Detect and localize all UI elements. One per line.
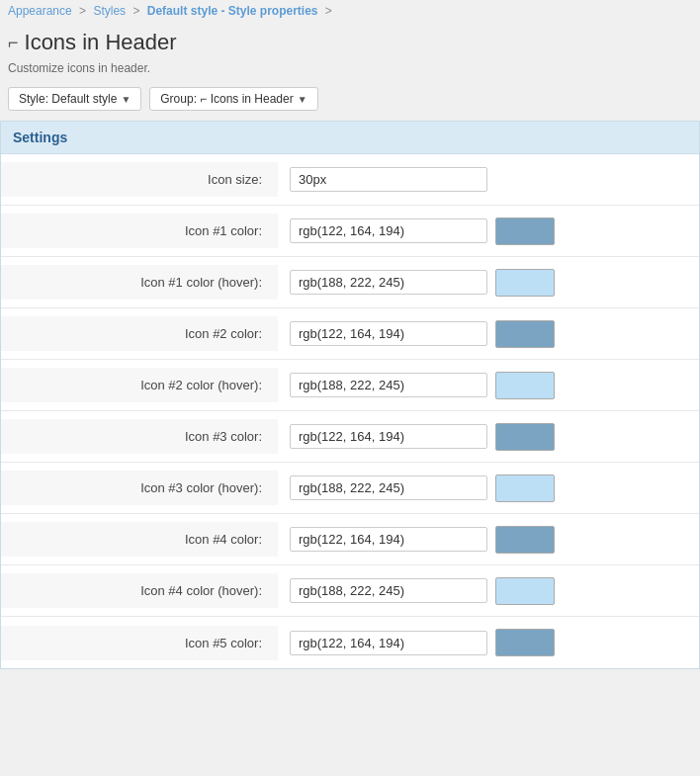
row-input-4[interactable] — [290, 373, 487, 397]
row-value-6 — [278, 465, 699, 512]
row-label-9: Icon #5 color: — [1, 626, 278, 660]
page-header: ⌐ Icons in Header — [0, 22, 700, 59]
settings-row: Icon size: — [1, 154, 699, 206]
row-input-5[interactable] — [290, 424, 487, 449]
color-swatch-4[interactable] — [495, 372, 555, 399]
breadcrumb-sep-2: > — [132, 4, 142, 18]
settings-row: Icon #2 color (hover): — [1, 360, 699, 411]
row-label-0: Icon size: — [1, 162, 278, 197]
row-value-5 — [278, 413, 699, 461]
row-label-3: Icon #2 color: — [1, 316, 278, 351]
row-value-0 — [278, 157, 699, 202]
row-label-6: Icon #3 color (hover): — [1, 471, 278, 505]
page-subtitle: Customize icons in header. — [0, 59, 700, 81]
row-input-7[interactable] — [290, 527, 487, 552]
row-input-9[interactable] — [290, 631, 487, 655]
color-swatch-1[interactable] — [495, 217, 555, 245]
toolbar: Style: Default style ▼ Group: ⌐ Icons in… — [0, 81, 700, 117]
row-value-3 — [278, 310, 699, 358]
row-label-7: Icon #4 color: — [1, 522, 278, 557]
page-title-text: Icons in Header — [25, 30, 177, 55]
breadcrumb: Appearance > Styles > Default style - St… — [0, 0, 700, 22]
settings-row: Icon #4 color (hover): — [1, 565, 699, 617]
breadcrumb-sep-1: > — [79, 4, 89, 18]
style-dropdown-caret: ▼ — [121, 94, 131, 105]
group-dropdown-label: Group: ⌐ Icons in Header — [160, 92, 293, 106]
row-input-0[interactable] — [290, 167, 487, 192]
page-title-icon: ⌐ — [8, 33, 19, 53]
row-input-6[interactable] — [290, 475, 487, 500]
color-swatch-3[interactable] — [495, 320, 555, 348]
color-swatch-8[interactable] — [495, 577, 555, 605]
breadcrumb-style-properties[interactable]: Default style - Style properties — [147, 4, 318, 18]
row-label-8: Icon #4 color (hover): — [1, 573, 278, 608]
group-dropdown[interactable]: Group: ⌐ Icons in Header ▼ — [149, 87, 317, 111]
breadcrumb-styles[interactable]: Styles — [93, 4, 126, 18]
style-dropdown[interactable]: Style: Default style ▼ — [8, 87, 141, 111]
settings-row: Icon #5 color: — [1, 617, 699, 668]
settings-row: Icon #2 color: — [1, 308, 699, 360]
row-input-1[interactable] — [290, 218, 487, 243]
settings-panel: Settings Icon size:Icon #1 color:Icon #1… — [0, 121, 700, 669]
color-swatch-6[interactable] — [495, 474, 555, 502]
settings-row: Icon #4 color: — [1, 514, 699, 565]
settings-row: Icon #3 color: — [1, 411, 699, 463]
page-title: ⌐ Icons in Header — [8, 30, 692, 55]
row-value-7 — [278, 516, 699, 563]
settings-rows: Icon size:Icon #1 color:Icon #1 color (h… — [1, 154, 699, 668]
settings-header: Settings — [1, 122, 699, 154]
row-label-1: Icon #1 color: — [1, 214, 278, 248]
row-input-2[interactable] — [290, 270, 487, 295]
row-value-9 — [278, 619, 699, 666]
row-value-1 — [278, 208, 699, 255]
style-dropdown-label: Style: Default style — [19, 92, 117, 106]
color-swatch-7[interactable] — [495, 526, 555, 554]
row-value-4 — [278, 362, 699, 409]
row-input-8[interactable] — [290, 578, 487, 603]
color-swatch-5[interactable] — [495, 423, 555, 451]
row-value-2 — [278, 259, 699, 306]
row-value-8 — [278, 567, 699, 615]
row-label-2: Icon #1 color (hover): — [1, 265, 278, 300]
row-input-3[interactable] — [290, 321, 487, 346]
settings-row: Icon #3 color (hover): — [1, 463, 699, 514]
breadcrumb-appearance[interactable]: Appearance — [8, 4, 72, 18]
row-label-5: Icon #3 color: — [1, 419, 278, 454]
breadcrumb-sep-3: > — [325, 4, 332, 18]
group-dropdown-caret: ▼ — [298, 94, 307, 105]
settings-row: Icon #1 color: — [1, 206, 699, 257]
settings-row: Icon #1 color (hover): — [1, 257, 699, 308]
color-swatch-9[interactable] — [495, 629, 555, 656]
color-swatch-2[interactable] — [495, 269, 555, 297]
row-label-4: Icon #2 color (hover): — [1, 368, 278, 402]
